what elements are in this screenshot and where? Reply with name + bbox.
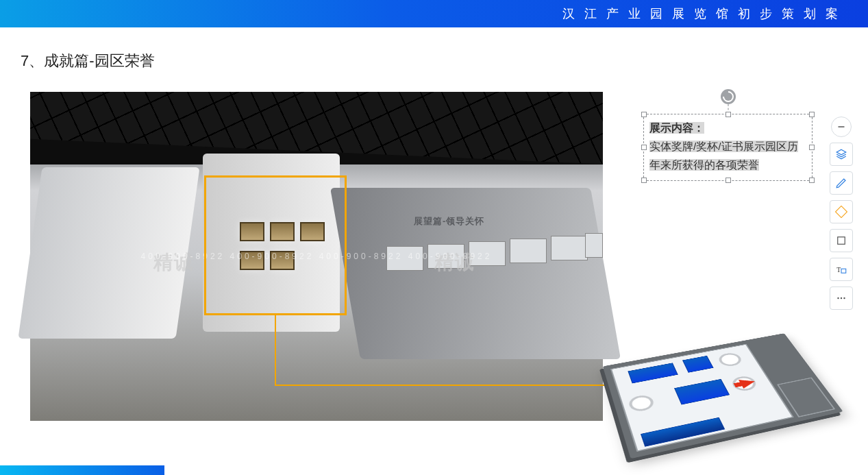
wall-photo [551, 236, 588, 260]
more-button[interactable] [830, 287, 853, 310]
svg-text:T: T [836, 266, 841, 273]
bottom-accent-bar [0, 465, 164, 475]
header-banner: 汉江产业园展览馆初步策划案 [0, 0, 868, 27]
rotate-handle-icon[interactable] [721, 89, 736, 104]
svg-rect-2 [836, 206, 847, 218]
resize-handle[interactable] [641, 112, 647, 117]
svg-point-8 [843, 297, 845, 299]
resize-handle[interactable] [809, 178, 815, 183]
wall-right [330, 188, 621, 359]
watermark-logo: 精诚 [434, 249, 475, 276]
mini-floorplan [603, 333, 843, 459]
right-wall-title: 展望篇-领导关怀 [414, 215, 484, 228]
textbox-line3: 年来所获得的各项荣誉 [649, 159, 759, 171]
award-frame [300, 222, 325, 241]
resize-handle[interactable] [809, 145, 815, 150]
pen-button[interactable] [830, 171, 853, 195]
award-frame [270, 222, 295, 241]
header-title: 汉江产业园展览馆初步策划案 [562, 5, 847, 22]
resize-handle[interactable] [641, 178, 647, 183]
crop-button[interactable] [830, 229, 853, 252]
textstyle-button[interactable]: T [830, 258, 853, 281]
award-frame [240, 222, 264, 241]
textbox-selection[interactable]: 展示内容： 实体奖牌/奖杯/证书展示园区历 年来所获得的各项荣誉 [643, 114, 813, 181]
resize-handle[interactable] [726, 112, 731, 117]
award-frame [240, 251, 264, 270]
wall-photo [510, 239, 547, 263]
textbox-content[interactable]: 展示内容： 实体奖牌/奖杯/证书展示园区历 年来所获得的各项荣誉 [643, 114, 813, 181]
wall-photo [386, 246, 423, 271]
svg-rect-3 [838, 237, 845, 245]
textbox-line1: 展示内容： [649, 122, 704, 134]
resize-handle[interactable] [726, 178, 731, 183]
svg-marker-1 [836, 149, 846, 155]
award-frame [270, 251, 295, 270]
textbox-line2: 实体奖牌/奖杯/证书展示园区历 [649, 141, 798, 152]
floorplan-base [603, 333, 843, 459]
slide-title: 7、成就篇-园区荣誉 [21, 51, 155, 71]
wall-center [203, 154, 340, 332]
floating-toolbar: T [830, 117, 853, 310]
resize-handle[interactable] [641, 145, 647, 150]
watermark-logo: 精诚 [153, 249, 195, 276]
layers-button[interactable] [830, 143, 853, 166]
svg-rect-5 [841, 269, 846, 273]
resize-handle[interactable] [809, 112, 815, 117]
shape-button[interactable] [830, 200, 853, 223]
svg-point-7 [841, 297, 842, 299]
collapse-button[interactable] [831, 117, 852, 137]
wall-photo [585, 233, 603, 258]
svg-point-6 [837, 297, 839, 299]
main-render-image: 展望篇-领导关怀 精诚 精诚 400-900-8922 400-900-8922… [30, 92, 603, 421]
